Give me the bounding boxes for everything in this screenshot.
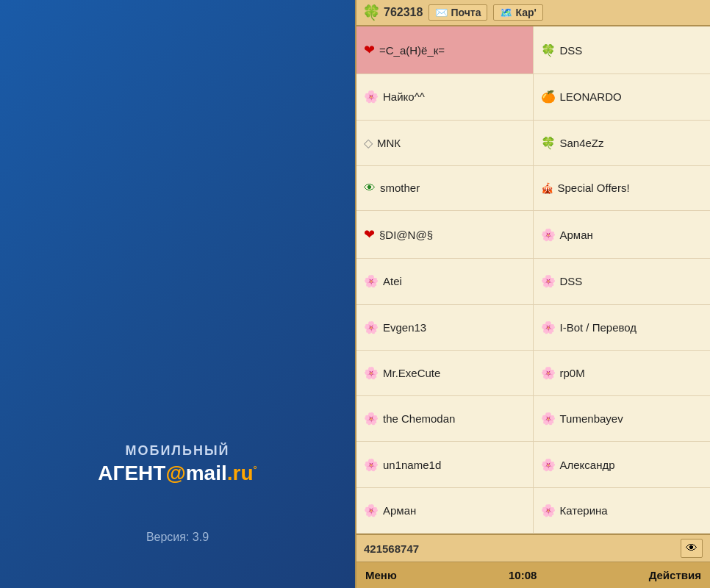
flower-red-icon: 🌸 bbox=[541, 458, 556, 472]
brand-agent: АГЕНТ bbox=[98, 462, 165, 484]
contact-name: DSS bbox=[560, 275, 703, 287]
eye-icon: 👁 bbox=[686, 542, 698, 555]
contact-item[interactable]: 🌸 DSS bbox=[534, 259, 711, 304]
contact-item[interactable]: 🌸 rp0M bbox=[534, 351, 711, 396]
top-bar: 🍀 762318 ✉️ Почта 🗺️ Кар' bbox=[356, 0, 710, 26]
contact-name: Atei bbox=[383, 275, 526, 287]
pochta-label: Почта bbox=[451, 7, 481, 18]
contact-name: Mr.ExeCute bbox=[383, 367, 526, 379]
brand-mobile-text: МОБИЛЬНЫЙ bbox=[98, 443, 257, 459]
flower-red-icon: 🌸 bbox=[541, 320, 556, 334]
contact-name: Tumenbayev bbox=[560, 412, 703, 425]
heart-icon: ❤ bbox=[364, 226, 375, 243]
flower-red-icon: 🌸 bbox=[364, 458, 379, 472]
contact-name: the Chemodan bbox=[383, 412, 526, 425]
eye-icon: 👁 bbox=[364, 182, 376, 195]
contact-name: §DI@N@§ bbox=[379, 229, 526, 241]
contact-item[interactable]: ❤ =C_a(H)ё_к= bbox=[356, 26, 534, 74]
flower-red-icon: 🌸 bbox=[364, 274, 379, 288]
contact-name: Арман bbox=[560, 229, 703, 241]
contact-name: DSS bbox=[560, 44, 703, 57]
contact-name: Александр bbox=[560, 459, 703, 471]
eye-button[interactable]: 👁 bbox=[681, 539, 703, 558]
brand-mail: mail bbox=[186, 462, 227, 484]
status-bar: Меню 10:08 Действия bbox=[356, 562, 710, 588]
contact-list: ❤ =C_a(H)ё_к= 🍀 DSS 🌸 Найко^^ 🍊 LEONARDO… bbox=[356, 26, 710, 534]
contact-item[interactable]: 👁 smother bbox=[356, 166, 534, 211]
contact-name: LEONARDO bbox=[560, 90, 703, 103]
right-panel: 🍀 762318 ✉️ Почта 🗺️ Кар' ❤ =C_a(H)ё_к= … bbox=[355, 0, 710, 588]
brand-ru-text: ru° bbox=[233, 462, 257, 484]
contact-item[interactable]: 🌸 Mr.ExeCute bbox=[356, 351, 534, 396]
contact-item[interactable]: 🌸 Арман bbox=[534, 211, 711, 259]
clover-green-icon: 🍀 bbox=[541, 136, 556, 150]
pochta-button[interactable]: ✉️ Почта bbox=[428, 4, 487, 21]
karta-button[interactable]: 🗺️ Кар' bbox=[493, 4, 542, 21]
brand-name: АГЕНТ@mail.ru° bbox=[98, 462, 257, 485]
heart-icon: ❤ bbox=[364, 42, 375, 58]
contact-item[interactable]: ❤ §DI@N@§ bbox=[356, 211, 534, 259]
diamond-icon: ◇ bbox=[364, 136, 373, 150]
action-button[interactable]: Действия bbox=[649, 569, 701, 581]
contact-name: I-Bot / Перевод bbox=[560, 321, 703, 334]
karta-label: Кар' bbox=[515, 7, 536, 18]
flower-red-icon: 🌸 bbox=[364, 412, 379, 426]
version-label: Версия: 3.9 bbox=[146, 531, 209, 544]
contact-name: Арман bbox=[383, 504, 526, 517]
brand-container: МОБИЛЬНЫЙ АГЕНТ@mail.ru° bbox=[98, 443, 257, 485]
contact-item[interactable]: 🌸 Катерина bbox=[534, 488, 711, 534]
contact-name: Special Offers! bbox=[558, 182, 703, 194]
orange-icon: 🍊 bbox=[541, 90, 556, 104]
contact-item[interactable]: 🍀 DSS bbox=[534, 26, 711, 74]
contact-item[interactable]: 🌸 un1name1d bbox=[356, 442, 534, 487]
contact-name: Найко^^ bbox=[383, 90, 526, 103]
contact-item[interactable]: 🍀 San4eZz bbox=[534, 121, 711, 166]
bottom-bar: 421568747 👁 bbox=[356, 534, 710, 562]
clover-icon: 🍀 bbox=[362, 4, 381, 21]
clock-display: 10:08 bbox=[509, 569, 537, 581]
contact-item[interactable]: 🌸 Александр bbox=[534, 442, 711, 487]
special-icon: 🎪 bbox=[541, 182, 553, 194]
score-value: 762318 bbox=[384, 6, 423, 19]
contact-item[interactable]: 🌸 Atei bbox=[356, 259, 534, 304]
contact-name: un1name1d bbox=[383, 459, 526, 471]
contact-item[interactable]: 🌸 Tumenbayev bbox=[534, 396, 711, 442]
flower-red-icon: 🌸 bbox=[541, 274, 556, 288]
contact-name: rp0M bbox=[560, 367, 703, 379]
user-id: 421568747 bbox=[364, 542, 676, 555]
contact-name: Катерина bbox=[560, 504, 703, 517]
menu-button[interactable]: Меню bbox=[365, 569, 397, 581]
contact-item[interactable]: 🎪 Special Offers! bbox=[534, 166, 711, 211]
flower-red-icon: 🌸 bbox=[541, 503, 556, 517]
flower-icon: 🌸 bbox=[364, 90, 379, 104]
mail-icon: ✉️ bbox=[435, 7, 448, 18]
contact-name: Evgen13 bbox=[383, 321, 526, 334]
contact-item[interactable]: 🌸 the Chemodan bbox=[356, 396, 534, 442]
clover-icon: 🍀 bbox=[541, 43, 556, 57]
brand-at: @ bbox=[165, 462, 185, 484]
flower-red-icon: 🌸 bbox=[541, 412, 556, 426]
contact-name: smother bbox=[380, 182, 526, 194]
contact-item[interactable]: 🍊 LEONARDO bbox=[534, 74, 711, 120]
flower-red-icon: 🌸 bbox=[541, 228, 556, 242]
contact-item[interactable]: 🌸 Найко^^ bbox=[356, 74, 534, 120]
contact-name: =C_a(H)ё_к= bbox=[379, 44, 526, 57]
contact-item[interactable]: 🌸 Арман bbox=[356, 488, 534, 534]
contact-name: San4eZz bbox=[560, 137, 703, 149]
flower-red-icon: 🌸 bbox=[364, 503, 379, 517]
contact-grid: ❤ =C_a(H)ё_к= 🍀 DSS 🌸 Найко^^ 🍊 LEONARDO… bbox=[356, 26, 710, 534]
contact-item[interactable]: 🌸 Evgen13 bbox=[356, 305, 534, 351]
contact-item[interactable]: 🌸 I-Bot / Перевод bbox=[534, 305, 711, 351]
flower-red-icon: 🌸 bbox=[364, 320, 379, 334]
flower-red-icon: 🌸 bbox=[364, 366, 379, 380]
flower-red-icon: 🌸 bbox=[541, 366, 556, 380]
contact-item[interactable]: ◇ МNК bbox=[356, 121, 534, 166]
map-icon: 🗺️ bbox=[500, 7, 512, 18]
left-panel: МОБИЛЬНЫЙ АГЕНТ@mail.ru° Версия: 3.9 bbox=[0, 0, 355, 588]
score-display: 🍀 762318 bbox=[362, 4, 423, 21]
contact-name: МNК bbox=[377, 137, 526, 149]
